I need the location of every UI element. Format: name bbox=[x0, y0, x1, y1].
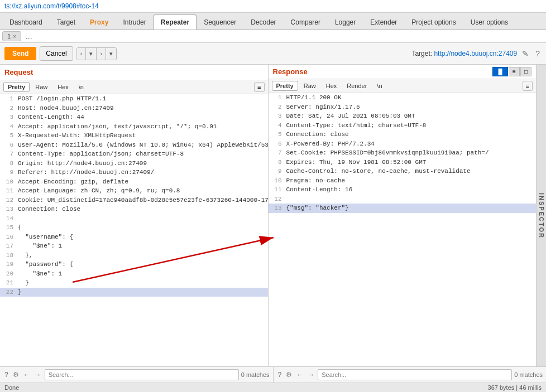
tab-dashboard[interactable]: Dashboard bbox=[2, 14, 50, 30]
forward-search-left[interactable]: → bbox=[33, 371, 42, 379]
cancel-button[interactable]: Cancel bbox=[40, 46, 73, 61]
view-toggle: ▐▌ ≡ □ bbox=[492, 67, 531, 76]
request-panel: Request Pretty Raw Hex \n ≡ 1POST /login… bbox=[0, 65, 269, 366]
forward-search-right[interactable]: → bbox=[306, 371, 315, 379]
tab-project-options[interactable]: Project options bbox=[404, 14, 463, 30]
help-icon-left[interactable]: ? bbox=[3, 371, 9, 379]
response-code-area[interactable]: 1HTTP/1.1 200 OK2Server: nginx/1.17.63Da… bbox=[269, 93, 537, 366]
response-fmt-render[interactable]: Render bbox=[342, 81, 371, 91]
bottom-bar-right: ? ⚙ ← → 0 matches bbox=[274, 367, 547, 383]
target-info: Target: http://node4.buuoj.cn:27409 bbox=[411, 50, 517, 57]
help-target-button[interactable]: ? bbox=[534, 49, 542, 58]
tab-user-options[interactable]: User options bbox=[463, 14, 515, 30]
request-fmt-ln[interactable]: \n bbox=[74, 82, 88, 92]
request-code-area[interactable]: 1POST /login.php HTTP/1.12Host: node4.bu… bbox=[0, 94, 268, 366]
back-button[interactable]: ‹ bbox=[77, 48, 86, 60]
tab-comparer[interactable]: Comparer bbox=[284, 14, 328, 30]
response-fmt-hex[interactable]: Hex bbox=[322, 81, 342, 91]
settings-icon-left[interactable]: ⚙ bbox=[12, 371, 20, 379]
table-row: 11Accept-Language: zh-CN, zh; q=0.9, ru;… bbox=[0, 186, 268, 196]
table-row: 9Referer: http://node4.buuoj.cn:27409/ bbox=[0, 168, 268, 177]
table-row: 20 "$ne": 1 bbox=[0, 269, 268, 279]
tab-bar: 1 × ... bbox=[0, 30, 546, 43]
request-fmt-hex[interactable]: Hex bbox=[53, 82, 73, 92]
url-text: ts://xz.aliyun.com/t/9908#toc-14 bbox=[4, 2, 99, 10]
matches-right: 0 matches bbox=[514, 371, 543, 378]
response-fmt-ln[interactable]: \n bbox=[372, 81, 386, 91]
tab-decoder[interactable]: Decoder bbox=[243, 14, 283, 30]
table-row: 8Origin: http://node4.buuoj.cn:27409 bbox=[0, 159, 268, 168]
search-input-left[interactable] bbox=[45, 369, 239, 380]
table-row: 18 }, bbox=[0, 251, 268, 260]
forward-button[interactable]: › bbox=[96, 48, 106, 60]
tab-proxy[interactable]: Proxy bbox=[83, 14, 116, 30]
table-row: 9Cache-Control: no-store, no-cache, must… bbox=[269, 167, 537, 176]
request-fmt-raw[interactable]: Raw bbox=[31, 82, 52, 92]
nav-tabs: Dashboard Target Proxy Intruder Repeater… bbox=[0, 13, 546, 30]
table-row: 12 bbox=[269, 195, 537, 204]
forward-dropdown-button[interactable]: ▾ bbox=[106, 48, 116, 60]
tab-intruder[interactable]: Intruder bbox=[116, 14, 153, 30]
bottom-bar-left: ? ⚙ ← → 0 matches bbox=[0, 367, 274, 383]
close-tab-icon[interactable]: × bbox=[13, 33, 16, 40]
response-fmt-menu[interactable]: ≡ bbox=[523, 81, 533, 91]
table-row: 22} bbox=[0, 288, 268, 297]
table-row: 7Content-Type: application/json; charset… bbox=[0, 149, 268, 159]
tab-logger[interactable]: Logger bbox=[328, 14, 363, 30]
help-icon-right[interactable]: ? bbox=[277, 371, 283, 379]
table-row: 11Content-Length: 16 bbox=[269, 185, 537, 195]
nav-arrows: ‹ ▾ › ▾ bbox=[76, 47, 117, 60]
send-button[interactable]: Send bbox=[4, 47, 36, 60]
tab-repeater[interactable]: Repeater bbox=[154, 14, 197, 30]
request-title: Request bbox=[4, 68, 33, 76]
view-full[interactable]: □ bbox=[520, 67, 531, 76]
table-row: 16 "username": { bbox=[0, 233, 268, 242]
table-row: 5Connection: close bbox=[269, 130, 537, 139]
table-row: 3Date: Sat, 24 Jul 2021 08:05:03 GMT bbox=[269, 112, 537, 121]
table-row: 4Content-Type: text/html; charset=UTF-8 bbox=[269, 121, 537, 130]
tab-target[interactable]: Target bbox=[50, 14, 83, 30]
table-row: 13{"msg": "hacker"} bbox=[269, 204, 537, 213]
table-row: 15{ bbox=[0, 223, 268, 233]
view-side-by-side[interactable]: ▐▌ bbox=[492, 67, 508, 76]
back-search-left[interactable]: ← bbox=[22, 371, 31, 379]
edit-target-button[interactable]: ✎ bbox=[520, 49, 530, 58]
table-row: 14 bbox=[0, 214, 268, 224]
table-row: 4Accept: application/json, text/javascri… bbox=[0, 122, 268, 132]
status-bar: Done 367 bytes | 46 millis bbox=[0, 383, 546, 392]
table-row: 21 } bbox=[0, 278, 268, 288]
request-fmt-pretty[interactable]: Pretty bbox=[3, 82, 30, 92]
inspector-label: INSPECTOR bbox=[538, 193, 545, 239]
response-fmt-pretty[interactable]: Pretty bbox=[272, 81, 298, 91]
table-row: 10Pragma: no-cache bbox=[269, 176, 537, 186]
table-row: 1POST /login.php HTTP/1.1 bbox=[0, 94, 268, 104]
main-content: Request Pretty Raw Hex \n ≡ 1POST /login… bbox=[0, 65, 546, 366]
search-input-right[interactable] bbox=[318, 369, 512, 380]
table-row: 1HTTP/1.1 200 OK bbox=[269, 93, 537, 103]
response-panel: Response ▐▌ ≡ □ Pretty Raw Hex Render \n… bbox=[269, 65, 537, 366]
table-row: 5X-Requested-With: XMLHttpRequest bbox=[0, 131, 268, 141]
tab-extender[interactable]: Extender bbox=[363, 14, 404, 30]
tab-more[interactable]: ... bbox=[23, 32, 35, 41]
view-stacked[interactable]: ≡ bbox=[509, 67, 520, 76]
settings-icon-right[interactable]: ⚙ bbox=[285, 371, 293, 379]
table-row: 2Host: node4.buuoj.cn:27409 bbox=[0, 104, 268, 113]
table-row: 17 "$ne": 1 bbox=[0, 241, 268, 251]
repeater-tab-1[interactable]: 1 × bbox=[2, 31, 21, 41]
back-search-right[interactable]: ← bbox=[295, 371, 304, 379]
response-format-bar: Pretty Raw Hex Render \n ≡ bbox=[269, 79, 537, 93]
request-fmt-menu[interactable]: ≡ bbox=[254, 82, 264, 92]
response-fmt-raw[interactable]: Raw bbox=[299, 81, 320, 91]
table-row: 2Server: nginx/1.17.6 bbox=[269, 103, 537, 112]
table-row: 13Connection: close bbox=[0, 205, 268, 214]
response-title: Response bbox=[273, 67, 308, 76]
table-row: 19 "password": { bbox=[0, 260, 268, 269]
response-header-row: Response ▐▌ ≡ □ bbox=[269, 65, 537, 79]
tab-sequencer[interactable]: Sequencer bbox=[197, 14, 243, 30]
address-bar: ts://xz.aliyun.com/t/9908#toc-14 bbox=[0, 0, 546, 13]
table-row: 6User-Agent: Mozilla/5.0 (Windows NT 10.… bbox=[0, 141, 268, 150]
dropdown-arrow-button[interactable]: ▾ bbox=[85, 48, 96, 60]
inspector-sidebar[interactable]: INSPECTOR bbox=[536, 65, 546, 366]
table-row: 3Content-Length: 44 bbox=[0, 113, 268, 122]
matches-left: 0 matches bbox=[241, 371, 270, 378]
